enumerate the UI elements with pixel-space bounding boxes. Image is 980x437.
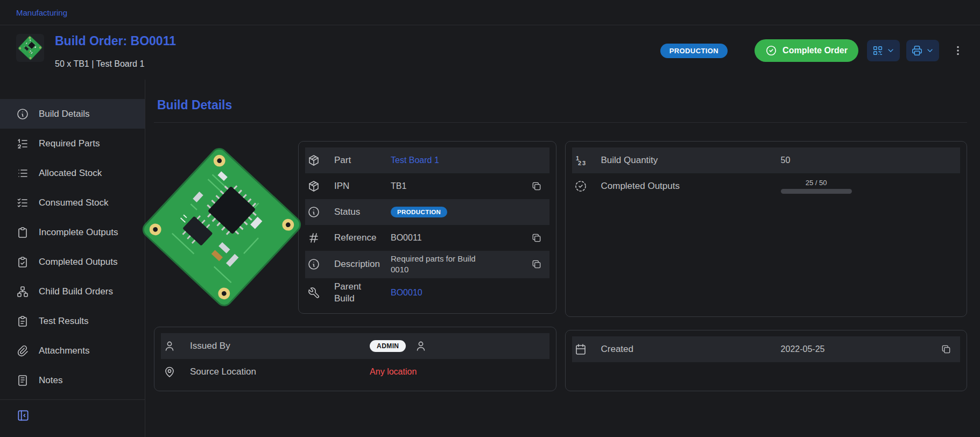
sidebar-item-consumed-stock[interactable]: Consumed Stock: [0, 188, 145, 217]
circle-check-icon: [765, 45, 777, 57]
barcode-actions-button[interactable]: [867, 40, 900, 61]
progress-track: [781, 189, 852, 194]
chevron-down-icon: [886, 46, 895, 55]
detail-label: Status: [334, 206, 391, 218]
copy-button[interactable]: [934, 344, 958, 355]
calendar-icon: [574, 343, 601, 356]
sidebar-item-incomplete-outputs[interactable]: Incomplete Outputs: [0, 217, 145, 247]
detail-row-status: Status PRODUCTION: [305, 199, 549, 225]
detail-row-build-quantity: Build Quantity 50: [572, 147, 961, 173]
body-row: Build Details Required Parts Allocated S…: [0, 80, 980, 437]
source-location-value: Any location: [370, 366, 523, 378]
detail-label: Description: [334, 258, 391, 270]
detail-row-issued-by: Issued By ADMIN: [161, 333, 549, 359]
details-grid: Part Test Board 1 IPN TB1: [154, 141, 967, 391]
sidebar-item-required-parts[interactable]: Required Parts: [0, 129, 145, 158]
user-icon: [163, 340, 190, 353]
pcb-image: [131, 137, 312, 318]
clipboard-check-icon: [16, 256, 29, 269]
detail-row-description: Description Required parts for Build 001…: [305, 251, 549, 278]
detail-label: Issued By: [190, 340, 370, 352]
copy-button[interactable]: [526, 259, 547, 270]
sidebar-item-attachments[interactable]: Attachments: [0, 336, 145, 365]
detail-row-reference: Reference BO0011: [305, 225, 549, 251]
complete-order-label: Complete Order: [782, 46, 848, 55]
sidebar-item-label: Build Details: [39, 109, 90, 119]
detail-row-created: Created 2022-05-25: [572, 336, 961, 362]
clipboard-icon: [16, 226, 29, 239]
created-value: 2022-05-25: [781, 343, 934, 355]
user-icon: [414, 340, 427, 353]
app-root: Manufacturing Build Order: BO0011 50 x T…: [0, 0, 980, 437]
list-check-icon: [16, 196, 29, 209]
detail-label: Created: [601, 343, 781, 355]
tools-icon: [307, 286, 334, 299]
sidebar-item-child-build-orders[interactable]: Child Build Orders: [0, 277, 145, 306]
status-badge: PRODUCTION: [391, 207, 447, 217]
sidebar-item-completed-outputs[interactable]: Completed Outputs: [0, 247, 145, 277]
sidebar-item-test-results[interactable]: Test Results: [0, 306, 145, 336]
part-link[interactable]: Test Board 1: [391, 154, 526, 166]
detail-value: TB1: [391, 180, 526, 192]
sidebar: Build Details Required Parts Allocated S…: [0, 80, 145, 437]
detail-label: Completed Outputs: [601, 180, 781, 192]
header-left: Build Order: BO0011 50 x TB1 | Test Boar…: [16, 34, 176, 69]
detail-value: Required parts for Build 0010: [391, 253, 483, 276]
package-icon: [307, 180, 334, 193]
issued-by-badge: ADMIN: [370, 340, 406, 352]
detail-row-completed-outputs: Completed Outputs 25 / 50: [572, 173, 961, 199]
print-actions-button[interactable]: [906, 40, 939, 61]
copy-icon: [531, 232, 542, 243]
detail-label: Part: [334, 154, 391, 166]
page-subtitle: 50 x TB1 | Test Board 1: [55, 59, 176, 69]
part-image[interactable]: [154, 141, 290, 314]
top-left-row: Part Test Board 1 IPN TB1: [154, 141, 556, 314]
info-circle-icon: [307, 258, 334, 271]
progress-check-icon: [574, 180, 601, 193]
copy-button[interactable]: [526, 181, 547, 192]
page-title: Build Order: BO0011: [55, 34, 176, 48]
created-panel: Created 2022-05-25: [565, 330, 968, 391]
chevron-down-icon: [926, 46, 934, 55]
copy-icon: [531, 181, 542, 192]
detail-row-parent-build: Parent Build BO0010: [305, 278, 549, 307]
copy-button[interactable]: [526, 232, 547, 243]
sidebar-item-allocated-stock[interactable]: Allocated Stock: [0, 158, 145, 188]
issued-panel: Issued By ADMIN Source Location Any loca…: [154, 327, 556, 391]
list-numbers-icon: [16, 137, 29, 150]
detail-label: Reference: [334, 232, 391, 244]
detail-row-source-location: Source Location Any location: [161, 359, 549, 385]
completed-outputs-progress: 25 / 50: [781, 179, 852, 194]
list-icon: [16, 167, 29, 180]
sidebar-item-build-details[interactable]: Build Details: [0, 99, 145, 129]
complete-order-button[interactable]: Complete Order: [755, 39, 858, 62]
detail-row-part: Part Test Board 1: [305, 147, 549, 173]
breadcrumb-link-manufacturing[interactable]: Manufacturing: [16, 8, 67, 17]
printer-icon: [911, 45, 923, 57]
dots-vertical-icon: [952, 45, 964, 57]
qrcode-icon: [872, 45, 884, 57]
notes-icon: [16, 374, 29, 387]
breadcrumb: Manufacturing: [0, 0, 980, 25]
page-header: Build Order: BO0011 50 x TB1 | Test Boar…: [0, 25, 980, 80]
sidebar-item-label: Notes: [39, 375, 62, 386]
sidebar-item-label: Child Build Orders: [39, 286, 113, 297]
section-heading: Build Details: [157, 98, 967, 112]
sidebar-item-notes[interactable]: Notes: [0, 365, 145, 395]
sidebar-item-label: Attachments: [39, 346, 90, 356]
more-actions-button[interactable]: [952, 45, 964, 57]
copy-icon: [531, 259, 542, 270]
part-thumbnail[interactable]: [16, 34, 44, 62]
pcb-thumbnail-image: [17, 34, 44, 62]
progress-label: 25 / 50: [781, 179, 852, 187]
numbers-123-icon: [574, 154, 601, 167]
quantity-panel: Build Quantity 50 Completed Outputs 25 /…: [565, 141, 968, 317]
sidebar-collapse-icon: [16, 408, 30, 422]
build-quantity-value: 50: [781, 154, 934, 166]
details-panel: Part Test Board 1 IPN TB1: [298, 141, 556, 314]
sidebar-item-label: Consumed Stock: [39, 198, 108, 208]
parent-build-link[interactable]: BO0010: [391, 287, 526, 299]
package-icon: [307, 154, 334, 167]
collapse-sidebar-button[interactable]: [16, 408, 30, 422]
sitemap-icon: [16, 285, 29, 298]
